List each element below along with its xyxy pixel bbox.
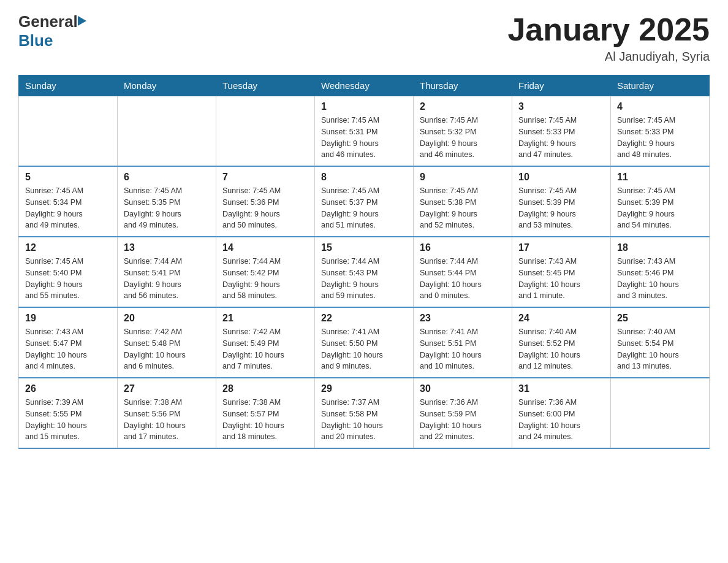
day-number: 14: [222, 242, 308, 253]
day-info: Sunrise: 7:40 AMSunset: 5:54 PMDaylight:…: [617, 326, 703, 372]
day-number: 16: [420, 242, 506, 253]
calendar-cell: 1Sunrise: 7:45 AMSunset: 5:31 PMDaylight…: [315, 96, 414, 167]
calendar-cell: 11Sunrise: 7:45 AMSunset: 5:39 PMDayligh…: [611, 166, 710, 237]
col-header-saturday: Saturday: [611, 75, 710, 96]
day-info: Sunrise: 7:44 AMSunset: 5:44 PMDaylight:…: [420, 256, 506, 302]
day-number: 11: [617, 172, 703, 183]
calendar-cell: [216, 96, 315, 167]
day-info: Sunrise: 7:45 AMSunset: 5:39 PMDaylight:…: [617, 185, 703, 231]
calendar-cell: 6Sunrise: 7:45 AMSunset: 5:35 PMDaylight…: [118, 166, 216, 237]
day-info: Sunrise: 7:43 AMSunset: 5:45 PMDaylight:…: [518, 256, 604, 302]
day-info: Sunrise: 7:42 AMSunset: 5:48 PMDaylight:…: [124, 326, 210, 372]
calendar-subtitle: Al Janudiyah, Syria: [507, 50, 710, 64]
day-number: 18: [617, 242, 703, 253]
calendar-week-row: 5Sunrise: 7:45 AMSunset: 5:34 PMDaylight…: [19, 166, 710, 237]
calendar-cell: 4Sunrise: 7:45 AMSunset: 5:33 PMDaylight…: [611, 96, 710, 167]
day-number: 22: [321, 313, 407, 324]
logo-blue-text: Blue: [18, 31, 53, 50]
day-number: 21: [222, 313, 308, 324]
day-info: Sunrise: 7:45 AMSunset: 5:40 PMDaylight:…: [25, 256, 111, 302]
calendar-cell: [19, 96, 118, 167]
day-number: 31: [518, 383, 604, 394]
calendar-cell: 15Sunrise: 7:44 AMSunset: 5:43 PMDayligh…: [315, 237, 414, 307]
col-header-tuesday: Tuesday: [216, 75, 315, 96]
day-info: Sunrise: 7:41 AMSunset: 5:50 PMDaylight:…: [321, 326, 407, 372]
calendar-cell: 19Sunrise: 7:43 AMSunset: 5:47 PMDayligh…: [19, 307, 118, 378]
day-info: Sunrise: 7:45 AMSunset: 5:32 PMDaylight:…: [420, 115, 506, 161]
day-number: 10: [518, 172, 604, 183]
day-number: 30: [420, 383, 506, 394]
day-info: Sunrise: 7:45 AMSunset: 5:34 PMDaylight:…: [25, 185, 111, 231]
calendar-cell: 5Sunrise: 7:45 AMSunset: 5:34 PMDaylight…: [19, 166, 118, 237]
day-number: 4: [617, 101, 703, 112]
calendar-cell: [611, 378, 710, 448]
day-number: 19: [25, 313, 111, 324]
calendar-cell: 20Sunrise: 7:42 AMSunset: 5:48 PMDayligh…: [118, 307, 216, 378]
calendar-cell: [118, 96, 216, 167]
day-number: 7: [222, 172, 308, 183]
calendar-cell: 28Sunrise: 7:38 AMSunset: 5:57 PMDayligh…: [216, 378, 315, 448]
calendar-cell: 10Sunrise: 7:45 AMSunset: 5:39 PMDayligh…: [512, 166, 611, 237]
day-info: Sunrise: 7:45 AMSunset: 5:37 PMDaylight:…: [321, 185, 407, 231]
day-info: Sunrise: 7:44 AMSunset: 5:41 PMDaylight:…: [124, 256, 210, 302]
day-number: 20: [124, 313, 210, 324]
day-number: 17: [518, 242, 604, 253]
day-number: 29: [321, 383, 407, 394]
col-header-monday: Monday: [118, 75, 216, 96]
calendar-cell: 25Sunrise: 7:40 AMSunset: 5:54 PMDayligh…: [611, 307, 710, 378]
col-header-thursday: Thursday: [414, 75, 512, 96]
calendar-table: SundayMondayTuesdayWednesdayThursdayFrid…: [18, 75, 710, 449]
day-number: 13: [124, 242, 210, 253]
day-info: Sunrise: 7:45 AMSunset: 5:39 PMDaylight:…: [518, 185, 604, 231]
logo: General Blue: [18, 12, 86, 50]
logo-triangle-icon: [78, 16, 86, 26]
day-number: 28: [222, 383, 308, 394]
calendar-cell: 17Sunrise: 7:43 AMSunset: 5:45 PMDayligh…: [512, 237, 611, 307]
calendar-title: January 2025: [507, 12, 710, 47]
calendar-cell: 31Sunrise: 7:36 AMSunset: 6:00 PMDayligh…: [512, 378, 611, 448]
calendar-cell: 30Sunrise: 7:36 AMSunset: 5:59 PMDayligh…: [414, 378, 512, 448]
calendar-cell: 22Sunrise: 7:41 AMSunset: 5:50 PMDayligh…: [315, 307, 414, 378]
calendar-week-row: 1Sunrise: 7:45 AMSunset: 5:31 PMDaylight…: [19, 96, 710, 167]
calendar-cell: 2Sunrise: 7:45 AMSunset: 5:32 PMDaylight…: [414, 96, 512, 167]
calendar-week-row: 12Sunrise: 7:45 AMSunset: 5:40 PMDayligh…: [19, 237, 710, 307]
calendar-cell: 9Sunrise: 7:45 AMSunset: 5:38 PMDaylight…: [414, 166, 512, 237]
day-number: 2: [420, 101, 506, 112]
calendar-cell: 29Sunrise: 7:37 AMSunset: 5:58 PMDayligh…: [315, 378, 414, 448]
calendar-week-row: 19Sunrise: 7:43 AMSunset: 5:47 PMDayligh…: [19, 307, 710, 378]
calendar-cell: 27Sunrise: 7:38 AMSunset: 5:56 PMDayligh…: [118, 378, 216, 448]
col-header-wednesday: Wednesday: [315, 75, 414, 96]
day-number: 6: [124, 172, 210, 183]
col-header-sunday: Sunday: [19, 75, 118, 96]
day-info: Sunrise: 7:36 AMSunset: 6:00 PMDaylight:…: [518, 397, 604, 443]
day-info: Sunrise: 7:36 AMSunset: 5:59 PMDaylight:…: [420, 397, 506, 443]
day-info: Sunrise: 7:44 AMSunset: 5:43 PMDaylight:…: [321, 256, 407, 302]
day-info: Sunrise: 7:39 AMSunset: 5:55 PMDaylight:…: [25, 397, 111, 443]
col-header-friday: Friday: [512, 75, 611, 96]
title-area: January 2025 Al Janudiyah, Syria: [507, 12, 710, 64]
calendar-header-row: SundayMondayTuesdayWednesdayThursdayFrid…: [19, 75, 710, 96]
day-number: 12: [25, 242, 111, 253]
calendar-cell: 14Sunrise: 7:44 AMSunset: 5:42 PMDayligh…: [216, 237, 315, 307]
day-info: Sunrise: 7:43 AMSunset: 5:46 PMDaylight:…: [617, 256, 703, 302]
day-number: 3: [518, 101, 604, 112]
day-number: 26: [25, 383, 111, 394]
day-info: Sunrise: 7:40 AMSunset: 5:52 PMDaylight:…: [518, 326, 604, 372]
day-info: Sunrise: 7:45 AMSunset: 5:33 PMDaylight:…: [518, 115, 604, 161]
logo-general-text: General: [18, 12, 78, 31]
calendar-cell: 21Sunrise: 7:42 AMSunset: 5:49 PMDayligh…: [216, 307, 315, 378]
calendar-cell: 26Sunrise: 7:39 AMSunset: 5:55 PMDayligh…: [19, 378, 118, 448]
day-info: Sunrise: 7:41 AMSunset: 5:51 PMDaylight:…: [420, 326, 506, 372]
day-info: Sunrise: 7:45 AMSunset: 5:33 PMDaylight:…: [617, 115, 703, 161]
calendar-week-row: 26Sunrise: 7:39 AMSunset: 5:55 PMDayligh…: [19, 378, 710, 448]
day-info: Sunrise: 7:45 AMSunset: 5:35 PMDaylight:…: [124, 185, 210, 231]
day-number: 8: [321, 172, 407, 183]
day-info: Sunrise: 7:45 AMSunset: 5:31 PMDaylight:…: [321, 115, 407, 161]
day-info: Sunrise: 7:45 AMSunset: 5:36 PMDaylight:…: [222, 185, 308, 231]
day-number: 27: [124, 383, 210, 394]
day-number: 23: [420, 313, 506, 324]
calendar-cell: 23Sunrise: 7:41 AMSunset: 5:51 PMDayligh…: [414, 307, 512, 378]
day-info: Sunrise: 7:42 AMSunset: 5:49 PMDaylight:…: [222, 326, 308, 372]
calendar-cell: 3Sunrise: 7:45 AMSunset: 5:33 PMDaylight…: [512, 96, 611, 167]
day-number: 9: [420, 172, 506, 183]
